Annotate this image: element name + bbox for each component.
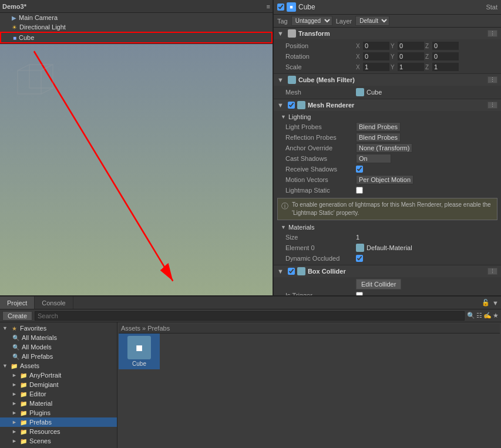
rotation-y-input[interactable] — [398, 52, 424, 60]
cube-asset-item[interactable]: ■ Cube — [119, 334, 160, 369]
position-y-input[interactable] — [398, 42, 424, 50]
all-materials-item[interactable]: 🔍 All Materials — [0, 333, 117, 342]
lighting-label: Lighting — [288, 113, 311, 120]
hierarchy-item-directional-light[interactable]: ☀ Directional Light — [0, 22, 273, 32]
light-probes-select[interactable]: Blend Probes — [356, 122, 401, 132]
mesh-renderer-header[interactable]: ▼ Mesh Renderer ⋮ — [274, 99, 501, 111]
lock-icon[interactable]: 🔓 — [482, 299, 490, 306]
mesh-renderer-enabled-checkbox[interactable] — [288, 102, 295, 109]
receive-shadows-checkbox[interactable] — [356, 166, 363, 173]
object-enabled-checkbox[interactable] — [277, 4, 284, 11]
materials-section-header[interactable]: ▼ Materials — [274, 223, 501, 232]
demigiant-item[interactable]: ► 📁 Demigiant — [0, 380, 117, 389]
light-probes-label: Light Probes — [285, 123, 356, 130]
tab-console[interactable]: Console — [35, 297, 73, 309]
box-collider-component: ▼ Box Collider ⋮ Edit Collider Is Trigge… — [274, 265, 501, 295]
hierarchy-item-main-camera[interactable]: ▶ Main Camera — [0, 13, 273, 22]
box-collider-header[interactable]: ▼ Box Collider ⋮ — [274, 265, 501, 277]
hierarchy-item-label: Main Camera — [19, 14, 58, 21]
mesh-value: Cube — [356, 88, 497, 96]
plugins-item[interactable]: ► 📁 Plugins — [0, 408, 117, 417]
anchor-override-value: None (Transform) — [356, 143, 497, 153]
demigiant-expand-icon: ► — [12, 382, 18, 388]
lighting-section-header[interactable]: ▼ Lighting — [274, 112, 501, 122]
transform-options-button[interactable]: ⋮ — [487, 30, 497, 37]
assets-section[interactable]: ▼ 📁 Assets — [0, 361, 117, 370]
reflection-probes-label: Reflection Probes — [285, 134, 356, 141]
mesh-filter-icon — [288, 76, 296, 84]
tag-select[interactable]: Untagged — [291, 16, 332, 26]
project-toolbar: Create 🔍 ☷ ✍ ★ — [0, 309, 501, 322]
cast-shadows-select[interactable]: On — [356, 154, 391, 163]
object-name: Cube — [298, 3, 483, 11]
light-probes-row: Light Probes Blend Probes — [274, 122, 501, 132]
favorites-section[interactable]: ▼ ★ Favorites — [0, 324, 117, 333]
anyportrait-item[interactable]: ► 📁 AnyPortrait — [0, 370, 117, 380]
editor-label: Editor — [29, 390, 46, 398]
prefabs-item[interactable]: ► 📁 Prefabs — [0, 417, 117, 427]
filter-icon[interactable]: ☷ — [476, 312, 482, 319]
reflection-probes-select[interactable]: Blend Probes — [356, 133, 401, 142]
cast-shadows-value: On — [356, 154, 497, 163]
scene-view[interactable] — [0, 44, 273, 295]
dynamic-occluded-row: Dynamic Occluded — [274, 253, 501, 264]
object-icon: ■ — [287, 2, 296, 12]
edit-collider-button[interactable]: Edit Collider — [356, 279, 401, 289]
scale-y-input[interactable] — [398, 63, 424, 71]
materials-size-label: Size — [285, 234, 356, 241]
receive-shadows-value — [356, 166, 497, 173]
scripts-item[interactable]: ► 📁 Scripts — [0, 446, 117, 448]
material-label: Material — [29, 400, 52, 407]
all-prefabs-item[interactable]: 🔍 All Prefabs — [0, 352, 117, 361]
box-collider-enabled-checkbox[interactable] — [288, 268, 295, 275]
reflection-probes-row: Reflection Probes Blend Probes — [274, 132, 501, 143]
scenes-item[interactable]: ► 📁 Scenes — [0, 436, 117, 446]
pin-icon[interactable]: ✍ — [483, 312, 492, 319]
all-models-item[interactable]: 🔍 All Models — [0, 342, 117, 352]
scale-x-input[interactable] — [363, 63, 389, 71]
project-search-input[interactable] — [35, 311, 465, 321]
hierarchy-item-label: Directional Light — [19, 23, 66, 31]
tag-label: Tag — [277, 18, 288, 25]
material-item[interactable]: ► 📁 Material — [0, 399, 117, 408]
scenes-icon: 📁 — [19, 437, 28, 445]
lighting-collapse-icon: ▼ — [281, 114, 286, 120]
layer-select[interactable]: Default — [355, 16, 389, 26]
rotation-row: Rotation X Y Z — [274, 51, 501, 62]
hierarchy-header: Demo3* ≡ — [0, 0, 273, 13]
project-tree: ▼ ★ Favorites 🔍 All Materials 🔍 All Mode… — [0, 322, 117, 448]
svg-line-4 — [18, 65, 29, 70]
motion-vectors-value: Per Object Motion — [356, 175, 497, 184]
dynamic-occluded-checkbox[interactable] — [356, 255, 363, 262]
scenes-label: Scenes — [29, 437, 51, 444]
rotation-z-input[interactable] — [432, 52, 459, 60]
rotation-x-input[interactable] — [363, 52, 389, 60]
hierarchy-title: Demo3* — [2, 3, 26, 10]
mesh-renderer-options-button[interactable]: ⋮ — [487, 102, 497, 109]
cube-asset-glyph: ■ — [136, 341, 143, 355]
resources-item[interactable]: ► 📁 Resources — [0, 427, 117, 436]
motion-vectors-select[interactable]: Per Object Motion — [356, 175, 413, 184]
scale-z-input[interactable] — [432, 63, 459, 71]
position-z-input[interactable] — [432, 42, 459, 50]
hierarchy-item-cube[interactable]: ■ Cube — [0, 32, 273, 43]
mesh-renderer-title: Mesh Renderer — [308, 102, 354, 109]
box-collider-options-button[interactable]: ⋮ — [487, 268, 497, 275]
tab-project[interactable]: Project — [0, 297, 35, 309]
hierarchy-pin-icon[interactable]: ≡ — [267, 3, 270, 10]
transform-collapse-icon: ▼ — [277, 30, 284, 37]
project-create-button[interactable]: Create — [2, 311, 32, 321]
anyportrait-icon: 📁 — [19, 371, 28, 379]
inspector-panel: ■ Cube Stat Tag Untagged Layer Default ▼… — [273, 0, 501, 295]
lightmap-static-checkbox[interactable] — [356, 187, 363, 194]
editor-icon: 📁 — [19, 390, 28, 398]
collapse-icon[interactable]: ▼ — [492, 299, 499, 306]
favorites-expand-icon: ▼ — [2, 325, 8, 331]
mesh-filter-options-button[interactable]: ⋮ — [487, 76, 497, 83]
editor-item[interactable]: ► 📁 Editor — [0, 389, 117, 399]
position-x-input[interactable] — [363, 42, 389, 50]
mesh-filter-header[interactable]: ▼ Cube (Mesh Filter) ⋮ — [274, 74, 501, 86]
transform-header[interactable]: ▼ Transform ⋮ — [274, 28, 501, 39]
anchor-override-select[interactable]: None (Transform) — [356, 143, 412, 153]
star-icon-toolbar[interactable]: ★ — [493, 312, 499, 319]
